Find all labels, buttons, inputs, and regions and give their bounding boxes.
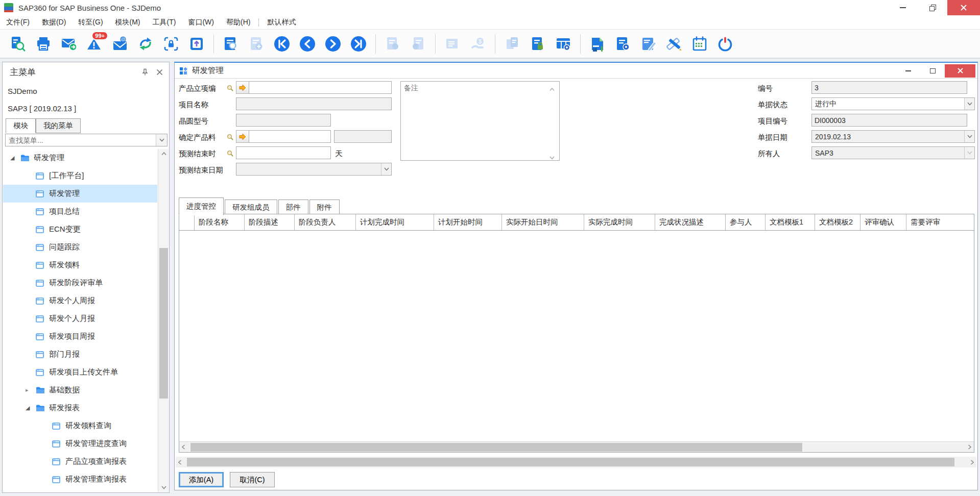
pin-icon[interactable] [141,68,149,78]
column-header[interactable]: 实际开始日时间 [502,214,584,230]
column-header[interactable]: 阶段描述 [245,214,295,230]
save-layout-icon[interactable] [588,34,607,54]
forecast-duration-input[interactable] [236,146,331,159]
column-header[interactable]: 阶段负责人 [295,214,356,230]
column-header[interactable]: 文档模板2 [815,214,861,230]
scroll-up-icon[interactable] [549,84,555,93]
lock-screen-icon[interactable] [162,34,180,54]
tab-rd-team[interactable]: 研发组成员 [225,200,277,215]
choose-from-list-icon[interactable] [227,150,233,159]
tree-item[interactable]: 研发阶段评审单 [3,274,157,292]
menu-data[interactable]: 数据(D) [36,15,72,30]
column-header[interactable]: 需要评审 [906,214,974,230]
add-button[interactable]: 添加(A) [179,472,224,487]
menu-goto[interactable]: 转至(G) [72,15,109,30]
column-header[interactable]: 文档模板1 [766,214,815,230]
table-hscrollbar[interactable] [179,441,974,452]
app-restore-button[interactable] [918,0,947,15]
scroll-left-icon[interactable] [182,442,185,452]
row-selector-header[interactable] [179,214,195,230]
column-header[interactable]: 评审确认 [861,214,906,230]
tab-progress-control[interactable]: 进度管控 [179,197,224,215]
send-email-icon[interactable] [60,34,78,54]
tree-folder[interactable]: ◢ 研发报表 [3,399,157,417]
column-header[interactable]: 计划开始时间 [434,214,502,230]
doc-maximize-button[interactable] [920,64,945,78]
panel-close-icon[interactable] [156,68,163,78]
app-minimize-button[interactable] [888,0,918,15]
scroll-down-icon[interactable] [158,483,169,492]
tree-item[interactable]: 研发项目上传文件单 [3,363,157,381]
doc-close-button[interactable] [945,64,975,78]
tree-item[interactable]: ECN变更 [3,220,157,238]
chevron-down-icon[interactable] [964,98,974,110]
form-hscrollbar[interactable] [176,457,976,467]
nav-next-icon[interactable] [324,34,342,54]
menu-search-input[interactable] [6,134,156,146]
print-preview-icon[interactable] [9,34,27,54]
scroll-left-icon[interactable] [178,458,182,467]
messages-alert-icon[interactable]: 99+ [85,34,104,54]
tab-my-menu[interactable]: 我的菜单 [36,118,81,133]
tree-item[interactable]: 部门月报 [3,345,157,363]
nav-first-icon[interactable] [273,34,291,54]
tree-item-selected[interactable]: 研发管理 [3,185,157,203]
menu-modules[interactable]: 模块(M) [109,15,147,30]
refresh-icon[interactable] [136,34,155,54]
menu-help[interactable]: 帮助(H) [220,15,256,30]
scroll-right-icon[interactable] [970,458,974,467]
column-header[interactable]: 完成状况描述 [655,214,726,230]
menu-tools[interactable]: 工具(T) [147,15,182,30]
table-settings-icon[interactable] [554,34,572,54]
form-hscrollbar-thumb[interactable] [187,458,954,466]
tab-parts[interactable]: 部件 [278,200,308,215]
upload-icon[interactable] [187,34,206,54]
cancel-button[interactable]: 取消(C) [230,472,275,487]
tree-item[interactable]: 研发个人月报 [3,310,157,328]
tree-item[interactable]: [工作平台] [3,167,157,185]
tree-item[interactable]: 项目总结 [3,203,157,220]
column-header[interactable]: 计划完成时间 [356,214,434,230]
expand-icon[interactable]: ◢ [26,405,30,411]
table-hscrollbar-thumb[interactable] [190,443,802,452]
doc-date-select[interactable]: 2019.02.13 [811,130,975,143]
tree-scrollbar-thumb[interactable] [159,248,168,399]
tab-modules[interactable]: 模块 [6,118,36,133]
scroll-down-icon[interactable] [549,153,555,162]
tree-item[interactable]: 研发领料查询 [3,417,157,435]
doc-minimize-button[interactable] [896,64,920,78]
tree-item[interactable]: 研发管理查询报表 [3,470,157,488]
remarks-textarea[interactable] [400,81,560,161]
chevron-down-icon[interactable] [964,131,974,142]
authorizations-icon[interactable] [529,34,547,54]
choose-from-list-icon[interactable] [227,133,233,142]
column-header[interactable]: 阶段名称 [195,214,245,230]
search-dropdown-arrow[interactable] [156,134,167,146]
app-close-button[interactable] [947,0,980,15]
doc-status-select[interactable]: 进行中 [811,97,975,110]
link-arrow-button[interactable] [236,81,249,94]
tree-scrollbar[interactable] [158,149,169,492]
design-tools-icon[interactable] [665,34,683,54]
nav-prev-icon[interactable] [298,34,317,54]
tree-folder[interactable]: ◢ 研发管理 [3,149,157,167]
find-icon[interactable] [222,34,240,54]
inbox-email-icon[interactable]: @ [111,34,129,54]
document-settings-icon[interactable] [614,34,632,54]
menu-default-style[interactable]: 默认样式 [261,15,302,30]
tree-item[interactable]: 研发领料 [3,256,157,274]
exit-icon[interactable] [716,34,734,54]
expand-icon[interactable]: ◢ [10,155,14,161]
scroll-right-icon[interactable] [968,442,971,452]
nav-last-icon[interactable] [349,34,368,54]
print-icon[interactable] [34,34,53,54]
link-arrow-button[interactable] [236,130,249,143]
edit-form-icon[interactable] [639,34,658,54]
tree-item[interactable]: 研发项目周报 [3,328,157,345]
scroll-up-icon[interactable] [158,149,169,158]
project-code-input[interactable] [249,81,392,94]
tree-item[interactable]: 问题跟踪 [3,238,157,256]
tree-folder-collapsed[interactable]: ▸ 基础数据 [3,381,157,399]
tree-item[interactable]: 研发个人周报 [3,292,157,310]
tree-item[interactable]: 研发管理进度查询 [3,435,157,453]
